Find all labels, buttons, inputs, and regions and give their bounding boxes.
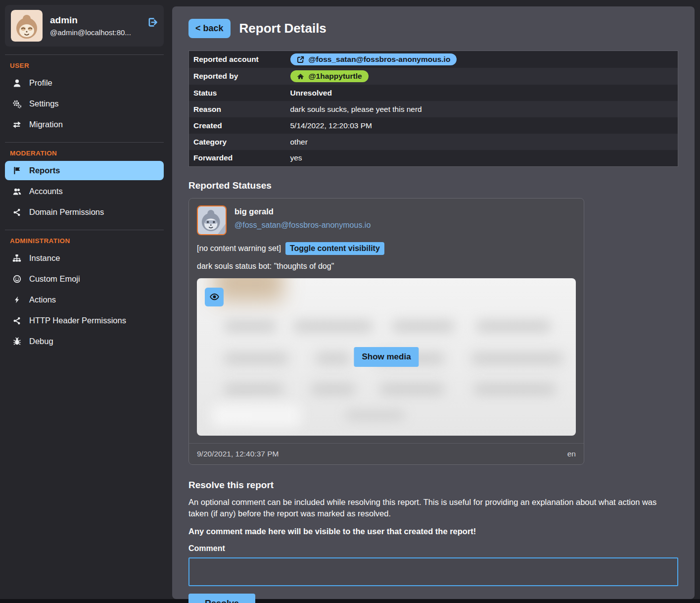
blurred-media-bar: [474, 383, 556, 395]
row-label: Forwarded: [189, 150, 286, 166]
share-nodes-icon: [12, 208, 22, 216]
share-nodes-icon: [12, 317, 22, 325]
blurred-media-bar: [224, 352, 288, 364]
status-content-text: dark souls status bot: "thoughts of dog": [189, 257, 584, 278]
sidebar-item-http-header-permissions[interactable]: HTTP Header Permissions: [5, 311, 164, 330]
row-value: other: [286, 134, 678, 150]
eye-icon: [209, 292, 220, 302]
sitemap-icon: [12, 254, 22, 262]
reporter-account-handle: @1happyturtle: [309, 72, 362, 81]
toggle-content-visibility-button[interactable]: Toggle content visibility: [285, 242, 384, 255]
sidebar-item-label: Settings: [29, 99, 59, 108]
status-account-link[interactable]: @foss_satan@fossbros-anonymous.io: [234, 221, 371, 230]
status-display-name: big gerald: [234, 207, 371, 216]
status-footer: 9/20/2021, 12:40:37 PM en: [189, 443, 584, 464]
bolt-icon: [12, 296, 22, 304]
sidebar-item-label: Actions: [29, 295, 56, 304]
user-handle: @admin@localhost:80...: [50, 28, 140, 37]
sidebar-item-accounts[interactable]: Accounts: [5, 182, 164, 201]
media-sensitive-eye-button[interactable]: [205, 288, 224, 306]
sidebar-item-label: Domain Permissions: [29, 207, 104, 217]
status-timestamp: 9/20/2021, 12:40:37 PM: [197, 450, 279, 458]
smiley-icon: [12, 275, 22, 283]
row-value: @foss_satan@fossbros-anonymous.io: [286, 51, 678, 68]
sidebar-item-custom-emoji[interactable]: Custom Emoji: [5, 269, 164, 289]
sidebar-item-label: Accounts: [29, 187, 63, 196]
sidebar-item-domain-permissions[interactable]: Domain Permissions: [5, 202, 164, 222]
comment-textarea[interactable]: [188, 557, 678, 586]
table-row: Reported account @foss_satan@fossbros-an…: [189, 51, 678, 68]
row-label: Reported by: [189, 68, 286, 85]
user-info: admin @admin@localhost:80...: [50, 15, 140, 37]
reported-account-link[interactable]: @foss_satan@fossbros-anonymous.io: [290, 53, 457, 65]
sign-out-icon: [147, 17, 158, 28]
content-warning-row: [no content warning set] Toggle content …: [189, 238, 584, 257]
status-language: en: [567, 450, 576, 458]
table-row: Category other: [189, 134, 678, 150]
blurred-media-bar: [224, 383, 283, 395]
sloth-avatar-illustration: [198, 206, 226, 234]
divider: [5, 230, 164, 230]
table-row: Reported by @1happyturtle: [189, 68, 678, 85]
sloth-avatar-illustration: [11, 10, 43, 42]
app-layout: admin @admin@localhost:80... USER Profil…: [0, 0, 700, 599]
flag-icon: [12, 166, 22, 175]
resolve-report-section: Resolve this report An optional comment …: [188, 480, 678, 603]
house-icon: [297, 73, 304, 80]
back-button[interactable]: < back: [188, 19, 231, 38]
status-header: big gerald @foss_satan@fossbros-anonymou…: [189, 199, 584, 238]
status-account-info: big gerald @foss_satan@fossbros-anonymou…: [234, 205, 371, 235]
transfer-arrows-icon: [12, 120, 22, 129]
table-row: Reason dark souls sucks, please yeet thi…: [189, 101, 678, 117]
sidebar-item-label: Profile: [29, 78, 52, 88]
reported-statuses-heading: Reported Statuses: [188, 180, 678, 191]
section-header-moderation: MODERATION: [5, 150, 164, 157]
divider: [5, 54, 164, 55]
sidebar-item-label: HTTP Header Permissions: [29, 316, 126, 325]
gears-icon: [12, 100, 22, 108]
blurred-media-blob: [214, 278, 283, 302]
user-card[interactable]: admin @admin@localhost:80...: [5, 5, 164, 47]
sidebar-item-debug[interactable]: Debug: [5, 332, 164, 351]
blurred-media-bar: [224, 320, 276, 332]
resolve-description: An optional comment can be included whil…: [188, 497, 678, 520]
sidebar-item-actions[interactable]: Actions: [5, 290, 164, 309]
user-icon: [12, 79, 22, 87]
admin-avatar: [11, 10, 43, 42]
row-value: dark souls sucks, please yeet this nerd: [286, 101, 678, 117]
show-media-button[interactable]: Show media: [354, 347, 419, 367]
sidebar-item-label: Custom Emoji: [29, 274, 80, 284]
divider: [5, 142, 164, 143]
row-label: Reported account: [189, 51, 286, 68]
blurred-media-bar: [380, 383, 444, 395]
row-label: Status: [189, 85, 286, 101]
resolve-button[interactable]: Resolve: [188, 594, 255, 603]
section-header-user: USER: [5, 62, 164, 69]
status-avatar: [197, 205, 227, 235]
row-value: Unresolved: [286, 85, 678, 101]
status-media-attachment: Show media: [197, 278, 576, 436]
section-header-administration: ADMINISTRATION: [5, 237, 164, 245]
blurred-media-blob: [212, 404, 301, 427]
reporter-account-link[interactable]: @1happyturtle: [290, 70, 369, 82]
blurred-media-bar: [345, 411, 405, 420]
sidebar-item-label: Migration: [29, 120, 63, 129]
sidebar-item-settings[interactable]: Settings: [5, 94, 164, 113]
content-warning-text: [no content warning set]: [197, 244, 281, 253]
users-icon: [12, 187, 22, 196]
logout-button[interactable]: [147, 17, 158, 28]
external-link-icon: [297, 56, 304, 63]
sidebar-item-profile[interactable]: Profile: [5, 73, 164, 93]
row-label: Reason: [189, 101, 286, 117]
sidebar-item-label: Instance: [29, 253, 60, 263]
blurred-media-bar: [311, 383, 355, 395]
sidebar-item-instance[interactable]: Instance: [5, 249, 164, 268]
user-name: admin: [50, 15, 140, 26]
report-details-table: Reported account @foss_satan@fossbros-an…: [188, 50, 678, 167]
sidebar-item-migration[interactable]: Migration: [5, 115, 164, 134]
reported-account-handle: @foss_satan@fossbros-anonymous.io: [309, 55, 451, 64]
row-value: yes: [286, 150, 678, 166]
blurred-media-bar: [476, 320, 551, 332]
sidebar-item-reports[interactable]: Reports: [5, 161, 164, 180]
bug-icon: [12, 337, 22, 346]
